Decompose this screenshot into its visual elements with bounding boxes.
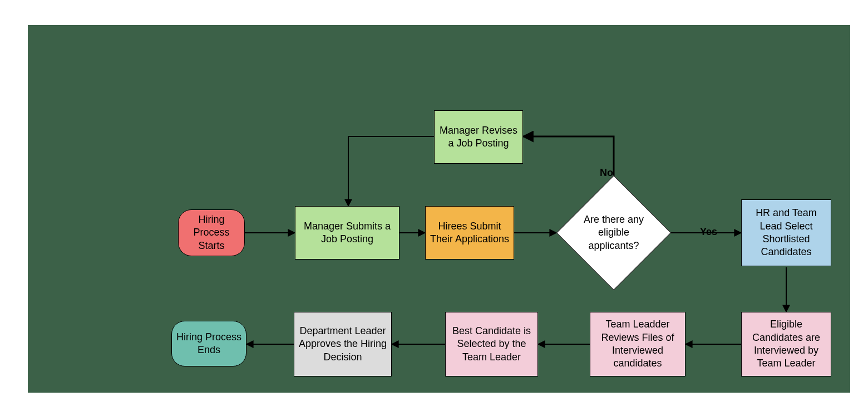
process-submit-job: Manager Submits a Job Posting [295,206,400,260]
process-interview: Eligible Candidates are Interviewed by T… [741,312,831,376]
process-revise-job: Manager Revises a Job Posting [434,110,523,164]
node-label: Hiring Process Ends [174,331,244,357]
node-label: Manager Submits a Job Posting [298,220,397,246]
process-dept-approve: Department Leader Approves the Hiring De… [294,312,392,376]
flowchart-canvas: Hiring Process Starts Manager Submits a … [0,0,868,401]
process-review-files: Team Leadder Reviews Files of Interviewe… [590,312,685,376]
process-hirees-submit: Hirees Submit Their Applications [425,206,514,260]
node-label: Department Leader Approves the Hiring De… [297,325,389,364]
node-label: Hirees Submit Their Applications [428,220,511,246]
node-label: Team Leadder Reviews Files of Interviewe… [593,318,683,370]
node-label: Eligible Candidates are Interviewed by T… [744,318,828,370]
node-label: Are there any eligible applicants? [556,213,671,252]
edge-label-no: No [600,167,613,179]
node-label: Manager Revises a Job Posting [437,124,520,150]
edge-label-yes: Yes [700,226,717,238]
decision-eligible: Are there any eligible applicants? [556,185,671,280]
process-best-candidate: Best Candidate is Selected by the Team L… [445,312,538,376]
terminal-end: Hiring Process Ends [171,321,246,366]
terminal-start: Hiring Process Starts [178,209,245,256]
node-label: HR and Team Lead Select Shortlisted Cand… [744,207,828,259]
process-select-shortlist: HR and Team Lead Select Shortlisted Cand… [741,199,831,266]
node-label: Hiring Process Starts [181,213,242,252]
node-label: Best Candidate is Selected by the Team L… [448,325,535,364]
